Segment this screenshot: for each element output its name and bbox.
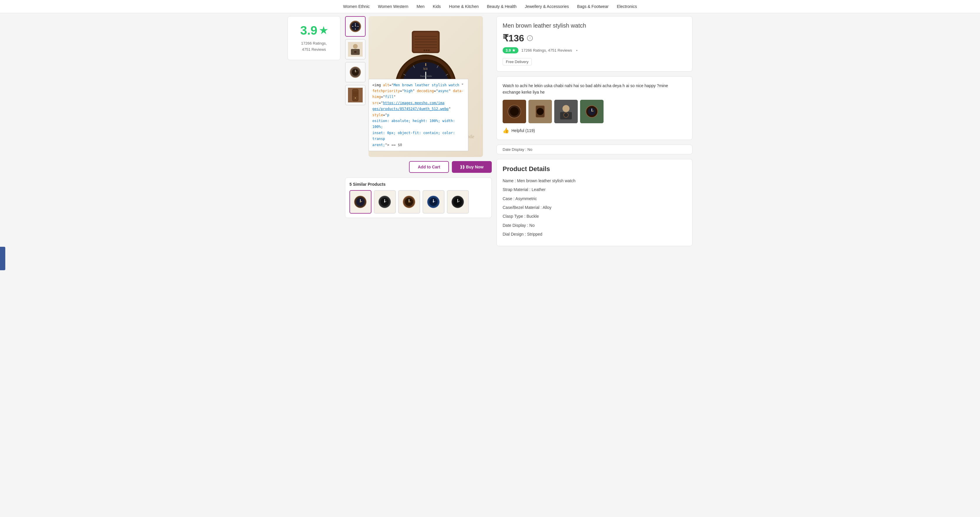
thumbnail-3[interactable] <box>345 62 366 83</box>
helpful-label: Helpful (119) <box>511 128 535 133</box>
review-image-3[interactable] <box>554 100 578 123</box>
reviews-count: 4751 Reviews <box>302 47 326 52</box>
value-clasp: Buckle <box>527 214 539 219</box>
nav-women-ethnic[interactable]: Women Ethnic <box>343 4 370 9</box>
similar-product-4[interactable] <box>423 190 444 213</box>
label-name: Name : <box>503 178 516 183</box>
similar-product-3[interactable] <box>398 190 420 213</box>
navbar: Women Ethnic Women Western Men Kids Home… <box>0 0 980 13</box>
svg-point-97 <box>537 108 544 115</box>
review-text: Watch to achi he lekin uska chabi nahi h… <box>503 83 686 95</box>
helpful-row: 👍 Helpful (119) <box>503 127 686 134</box>
product-rating-badge: 3.9 ★ <box>503 47 519 53</box>
product-details-card: Product Details Name : Men brown leather… <box>496 159 692 246</box>
product-price: ₹136 <box>503 33 524 44</box>
label-dial: Dial Design : <box>503 232 526 237</box>
buy-now-button[interactable]: ⟫⟫ Buy Now <box>452 161 492 173</box>
review-card: Watch to achi he lekin uska chabi nahi h… <box>496 76 692 140</box>
svg-point-31 <box>428 49 430 51</box>
rating-score: 3.9 ★ <box>294 24 334 38</box>
product-image-section: XII III VI IX 65 60 35 30 45 15 <box>345 16 492 246</box>
svg-rect-11 <box>354 51 357 53</box>
thumbnail-2[interactable] <box>345 39 366 60</box>
thumbnail-1[interactable] <box>345 16 366 37</box>
value-bezel: Alloy <box>542 205 551 210</box>
detail-case: Case : Asymmetric <box>503 196 686 202</box>
label-strap: Strap Material : <box>503 187 530 192</box>
detail-name: Name : Men brown leather stylish watch <box>503 178 686 184</box>
svg-point-101 <box>564 113 568 118</box>
action-buttons: Add to Cart ⟫⟫ Buy Now <box>345 161 492 173</box>
detail-strap: Strap Material : Leather <box>503 186 686 193</box>
svg-point-9 <box>353 44 358 49</box>
label-case: Case : <box>503 196 514 201</box>
thumbnail-4[interactable] <box>345 85 366 105</box>
nav-electronics[interactable]: Electronics <box>617 4 637 9</box>
svg-point-76 <box>384 201 385 202</box>
nav-men[interactable]: Men <box>417 4 425 9</box>
score-number: 3.9 <box>300 24 317 38</box>
thumbnail-list <box>345 16 366 157</box>
nav-bags-footwear[interactable]: Bags & Footwear <box>577 4 609 9</box>
nav-women-western[interactable]: Women Western <box>378 4 409 9</box>
svg-point-29 <box>423 49 425 51</box>
value-dial: Stripped <box>527 232 542 237</box>
review-image-2[interactable] <box>528 100 552 123</box>
similar-product-2[interactable] <box>374 190 396 213</box>
similar-products-title: 5 Similar Products <box>350 182 487 187</box>
detail-date: Date Display : No <box>503 222 686 229</box>
free-delivery-label: Free Delivery <box>503 58 532 65</box>
similar-products-section: 5 Similar Products <box>345 178 492 218</box>
label-clasp: Clasp Type : <box>503 214 525 219</box>
review-image-1[interactable] <box>503 100 526 123</box>
detail-dial: Dial Design : Stripped <box>503 231 686 237</box>
ratings-count: 17266 Ratings, <box>301 41 326 46</box>
svg-point-71 <box>360 201 361 202</box>
star-icon: ★ <box>319 25 328 36</box>
svg-point-81 <box>409 201 410 202</box>
product-title: Men brown leather stylish watch <box>503 22 686 29</box>
svg-point-94 <box>510 107 519 116</box>
similar-product-5[interactable] <box>447 190 469 213</box>
separator-dot: • <box>576 48 578 53</box>
value-case: Asymmetric <box>515 196 537 201</box>
label-date: Date Display : <box>503 223 528 228</box>
rating-meta: 17266 Ratings, 4751 Reviews <box>294 40 334 53</box>
right-panel: Men brown leather stylish watch ₹136 i 3… <box>496 16 692 246</box>
review-images <box>503 100 686 123</box>
main-product-image: XII III VI IX 65 60 35 30 45 15 <box>369 16 483 157</box>
nav-jewellery[interactable]: Jewellery & Accessories <box>525 4 569 9</box>
detail-bezel: Case/Bezel Material : Alloy <box>503 204 686 211</box>
svg-point-99 <box>563 105 570 112</box>
label-bezel: Case/Bezel Material : <box>503 205 542 210</box>
detail-clasp: Clasp Type : Buckle <box>503 213 686 220</box>
svg-point-30 <box>426 49 428 51</box>
product-rating-detail: 17266 Ratings, 4751 Reviews <box>522 48 572 52</box>
value-name: Men brown leather stylish watch <box>517 178 575 183</box>
svg-point-91 <box>457 201 458 202</box>
value-strap: Leather <box>532 187 546 192</box>
svg-text:Daniel Jubile: Daniel Jubile <box>420 75 432 78</box>
devtools-overlay: <img alt="Men brown leather stylish watc… <box>369 79 468 151</box>
date-display-note: Date Display : No <box>496 145 692 154</box>
badge-text: 3.9 ★ <box>506 48 515 52</box>
similar-products-grid <box>350 190 487 213</box>
nav-home-kitchen[interactable]: Home & Kitchen <box>449 4 479 9</box>
price-row: ₹136 i <box>503 33 686 44</box>
similar-product-1[interactable] <box>350 190 371 213</box>
add-to-cart-button[interactable]: Add to Cart <box>409 161 449 173</box>
price-info-icon[interactable]: i <box>527 35 533 41</box>
svg-point-21 <box>355 97 356 99</box>
value-date: No <box>529 223 535 228</box>
product-info-card: Men brown leather stylish watch ₹136 i 3… <box>496 16 692 72</box>
svg-text:XII: XII <box>423 67 428 70</box>
rating-card: 3.9 ★ 17266 Ratings, 4751 Reviews <box>288 16 340 60</box>
nav-beauty-health[interactable]: Beauty & Health <box>487 4 516 9</box>
date-display-text: Date Display : No <box>503 147 532 152</box>
nav-kids[interactable]: Kids <box>433 4 441 9</box>
review-image-4[interactable] <box>580 100 603 123</box>
svg-point-86 <box>433 201 434 202</box>
thumbs-up-icon[interactable]: 👍 <box>503 127 509 134</box>
product-details-title: Product Details <box>503 165 686 173</box>
